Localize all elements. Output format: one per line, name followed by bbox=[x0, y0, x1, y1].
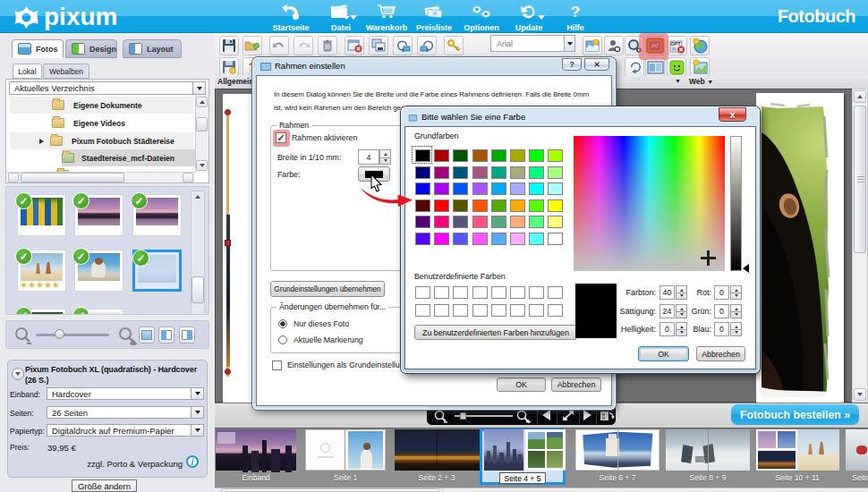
svg-text:?: ? bbox=[571, 4, 580, 21]
svg-text:OPT: OPT bbox=[670, 41, 681, 47]
